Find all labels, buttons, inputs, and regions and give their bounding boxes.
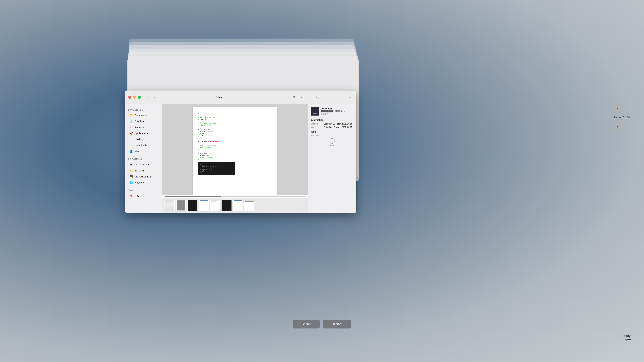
sidebar-item-sdcard[interactable]: 💳 SD card (126, 167, 160, 173)
more-dropdown-button[interactable]: ▾ (331, 94, 337, 100)
sidebar-item-flashdrive[interactable]: 💾 FLASH DRIVE (126, 173, 160, 179)
file-owner: Aleksandr (321, 107, 354, 110)
mac-icon: 💻 (130, 163, 133, 166)
recents-icon: ⏱ (130, 125, 133, 129)
back-button[interactable]: ‹ (145, 94, 151, 100)
file-type-label: docx (313, 113, 317, 115)
sidebar-item-alex[interactable]: 👤 alex (126, 148, 160, 154)
file-name: ████████-000011.docx (321, 110, 354, 112)
file-icon: docx (310, 107, 319, 116)
sidebar-item-dropbox[interactable]: ◎ Dropbox (126, 118, 160, 124)
sidebar-item-network[interactable]: 🌐 Network (126, 179, 160, 186)
scroll-thumb (164, 196, 221, 197)
svg-point-0 (130, 195, 132, 197)
thumbnail-5[interactable] (210, 200, 220, 211)
preview-area: 1. print_string_table(); int main() { //… (162, 104, 308, 213)
sidebar-item-label: Applications (135, 132, 148, 135)
sidebar-item-label: Dropbox (135, 120, 144, 123)
sidebar-item-label: Alex's Mac m... (135, 163, 152, 166)
modified-row: Modified Saturday, 13 March 2021, 20:15 (310, 126, 354, 128)
dropdown-button[interactable]: ▾ (339, 94, 345, 100)
thumbnail-8[interactable] (244, 200, 254, 211)
created-row: Created Saturday, 13 March 2021, 20:15 (310, 123, 354, 125)
sidebar-item-label: Red (135, 194, 139, 197)
finder-window: ‹ › docx ⊞ ▾ ↑ ◯ ••• ▾ ▾ ⌕ Favourites 📁 … (125, 90, 356, 213)
forward-button[interactable]: › (152, 94, 158, 100)
search-button[interactable]: ⌕ (347, 94, 353, 100)
more-button[interactable]: ••• (323, 94, 329, 100)
file-size: 284 KB (321, 113, 354, 115)
window-title: docx (160, 95, 278, 99)
sdcard-icon: 💳 (130, 169, 133, 172)
notification-now: Now (624, 338, 630, 342)
sidebar-item-documents[interactable]: 📁 Documents (126, 112, 160, 118)
thumbnail-7[interactable] (233, 200, 243, 211)
created-value: Saturday, 13 March 2021, 20:15 (324, 123, 354, 125)
sidebar: Favourites 📁 Documents ◎ Dropbox ⏱ Recen… (125, 104, 162, 213)
red-tag-icon (130, 194, 133, 197)
terminal-block: $ ./run_script.sh Loading configuration.… (198, 162, 235, 175)
folder-icon: 📁 (130, 113, 133, 117)
add-tags-field[interactable]: Add Tags... (310, 134, 354, 137)
restore-button[interactable]: Restore (323, 320, 351, 329)
sidebar-item-label: Desktop (135, 138, 144, 141)
traffic-lights (128, 96, 141, 99)
more-circle-icon: + (330, 138, 335, 144)
cancel-button[interactable]: Cancel (293, 320, 320, 329)
sidebar-item-label: alex (135, 150, 139, 153)
downloads-icon: ↓ (130, 144, 133, 147)
sidebar-item-desktop[interactable]: 🖥 Desktop (126, 136, 160, 142)
toolbar: ‹ › docx ⊞ ▾ ↑ ◯ ••• ▾ ▾ ⌕ (125, 90, 356, 104)
time-label: Today, 15:59 (614, 116, 630, 119)
tags-title: Tags (310, 130, 354, 133)
more-button[interactable]: + More... (310, 138, 354, 147)
sidebar-item-recents[interactable]: ⏱ Recents (126, 124, 160, 130)
notification-panel: Today Now (622, 334, 630, 342)
thumbnail-3[interactable] (187, 200, 198, 211)
file-header: docx Aleksandr ████████-000011.docx 284 … (310, 107, 354, 116)
file-meta: Aleksandr ████████-000011.docx 284 KB (321, 107, 354, 115)
minimize-button[interactable] (133, 96, 136, 99)
sidebar-item-downloads[interactable]: ↓ Downloads (126, 142, 160, 148)
created-label: Created (310, 123, 322, 125)
time-panel: ▲ Today, 15:59 ▼ (614, 104, 630, 131)
fullscreen-button[interactable] (138, 96, 141, 99)
applications-icon: 🚀 (130, 132, 133, 135)
view-button[interactable]: ⊞ (291, 94, 297, 100)
thumbnail-4[interactable] (199, 200, 209, 211)
view-dropdown-button[interactable]: ▾ (299, 94, 305, 100)
time-scroll-up-button[interactable]: ▲ (614, 104, 622, 112)
bottom-bar: Cancel Restore (293, 320, 351, 329)
network-icon: 🌐 (130, 181, 133, 184)
sidebar-item-applications[interactable]: 🚀 Applications (126, 130, 160, 136)
thumbnail-6[interactable] (222, 200, 232, 211)
sidebar-item-label: Downloads (135, 144, 147, 147)
info-panel: docx Aleksandr ████████-000011.docx 284 … (308, 104, 356, 213)
sidebar-item-label: Documents (135, 114, 148, 117)
sidebar-divider-2 (128, 187, 159, 187)
more-label: More... (329, 144, 335, 147)
modified-value: Saturday, 13 March 2021, 20:15 (324, 126, 354, 128)
locations-label: Locations (125, 157, 162, 161)
thumbnail-1[interactable] (164, 200, 174, 211)
desktop-icon: 🖥 (130, 138, 133, 141)
favourites-label: Favourites (125, 108, 162, 112)
sidebar-item-label: Recents (135, 126, 144, 129)
share-button[interactable]: ↑ (307, 94, 313, 100)
sidebar-divider (128, 156, 159, 156)
notification-today: Today (622, 334, 630, 338)
scroll-bar[interactable] (164, 196, 305, 197)
close-button[interactable] (128, 96, 131, 99)
sidebar-item-red-tag[interactable]: Red (126, 193, 160, 199)
tag-button[interactable]: ◯ (315, 94, 321, 100)
modified-label: Modified (310, 126, 322, 128)
sidebar-item-alexsmac[interactable]: 💻 Alex's Mac m... (126, 161, 160, 167)
thumbnail-strip (162, 198, 308, 213)
now-text: Now (624, 338, 630, 342)
thumbnail-2[interactable] (176, 200, 186, 211)
time-scroll-down-button[interactable]: ▼ (614, 122, 622, 131)
dropbox-icon: ◎ (130, 119, 133, 123)
user-icon: 👤 (130, 150, 133, 153)
information-title: Information (310, 119, 354, 121)
docx-icon: docx (310, 107, 319, 116)
